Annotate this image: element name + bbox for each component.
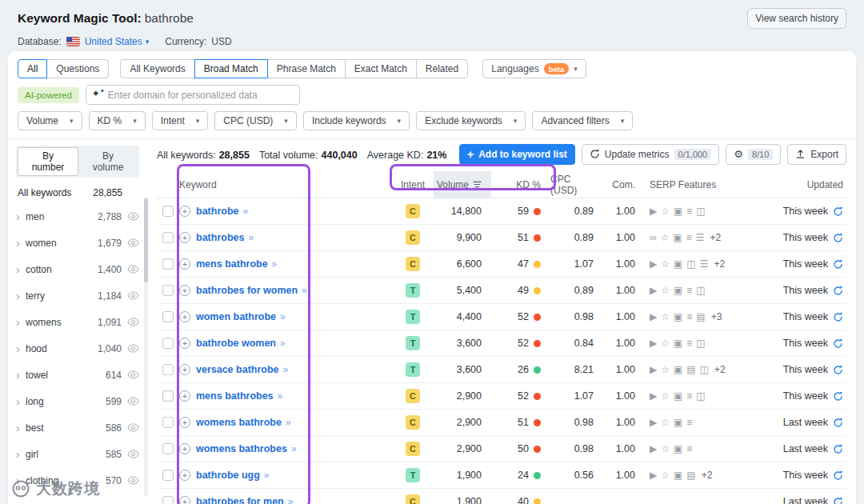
refresh-icon[interactable] [833,418,843,428]
column-kd[interactable]: KD % [491,171,550,198]
eye-icon[interactable] [127,212,139,221]
column-cpc[interactable]: CPC (USD) [550,171,603,198]
serp-chevrons-icon[interactable]: » [291,443,296,454]
add-keyword-icon[interactable]: + [179,258,190,270]
refresh-icon[interactable] [833,470,843,481]
refresh-icon[interactable] [833,233,843,243]
add-keyword-icon[interactable]: + [179,206,190,217]
serp-chevrons-icon[interactable]: » [264,470,269,481]
add-keyword-icon[interactable]: + [179,311,190,322]
tab-phrase-match[interactable]: Phrase Match [267,59,346,78]
toggle-by-number[interactable]: By number [18,147,78,176]
eye-icon[interactable] [127,238,139,247]
tab-exact-match[interactable]: Exact Match [345,59,417,78]
serp-chevrons-icon[interactable]: » [272,258,277,270]
eye-icon[interactable] [127,318,139,326]
keyword-link[interactable]: bathrobes for women [196,285,298,296]
column-com[interactable]: Com. [603,171,640,198]
api-quota-button[interactable]: ⚙8/10 [726,144,781,165]
row-checkbox[interactable] [162,496,174,504]
serp-chevrons-icon[interactable]: » [280,311,285,322]
sidebar-group-women[interactable]: ›women1,679 [16,230,139,256]
row-checkbox[interactable] [162,364,174,375]
refresh-icon[interactable] [833,259,843,270]
filter-intent[interactable]: Intent▾ [152,111,209,130]
tab-related[interactable]: Related [416,59,468,78]
row-checkbox[interactable] [162,417,174,428]
keyword-link[interactable]: bathrobes [196,232,244,243]
tab-questions[interactable]: Questions [46,59,109,78]
add-keyword-icon[interactable]: + [179,390,190,402]
row-checkbox[interactable] [162,390,174,402]
add-keyword-icon[interactable]: + [179,417,190,428]
column-serp-features[interactable]: SERP Features [640,171,741,198]
toggle-by-volume[interactable]: By volume [78,147,138,176]
add-to-keyword-list-button[interactable]: +Add to keyword list [459,144,575,165]
keyword-link[interactable]: versace bathrobe [196,364,279,375]
column-updated[interactable]: Updated [741,171,846,198]
eye-icon[interactable] [127,450,139,458]
serp-extra-count[interactable]: +2 [714,258,725,270]
column-intent[interactable]: Intent [392,171,434,198]
refresh-icon[interactable] [833,338,843,349]
keyword-link[interactable]: womens bathrobes [196,443,287,454]
serp-extra-count[interactable]: +2 [714,364,726,375]
sidebar-group-girl[interactable]: ›girl585 [16,441,139,467]
update-metrics-button[interactable]: Update metrics0/1,000 [582,144,719,165]
serp-chevrons-icon[interactable]: » [242,206,247,217]
eye-icon[interactable] [127,397,139,406]
keyword-link[interactable]: women bathrobe [196,311,276,322]
sidebar-group-cotton[interactable]: ›cotton1,400 [16,256,139,282]
sidebar-group-men[interactable]: ›men2,788 [16,203,139,230]
serp-extra-count[interactable]: +3 [711,311,722,322]
sidebar-group-hood[interactable]: ›hood1,040 [16,335,139,362]
languages-dropdown[interactable]: Languages beta ▾ [482,59,586,78]
column-volume[interactable]: Volume [434,171,491,198]
serp-chevrons-icon[interactable]: » [288,496,293,504]
eye-icon[interactable] [127,265,139,274]
row-checkbox[interactable] [162,470,174,481]
sidebar-group-womens[interactable]: ›womens1,091 [16,309,139,335]
sidebar-scrollbar[interactable] [144,197,148,497]
add-keyword-icon[interactable]: + [179,496,190,504]
tab-all[interactable]: All [18,59,47,78]
add-keyword-icon[interactable]: + [179,232,190,243]
filter-cpc-usd[interactable]: CPC (USD)▾ [214,111,297,130]
row-checkbox[interactable] [162,258,174,270]
serp-extra-count[interactable]: +2 [702,470,713,481]
serp-chevrons-icon[interactable]: » [283,364,288,375]
refresh-icon[interactable] [833,286,843,296]
tab-broad-match[interactable]: Broad Match [194,59,268,78]
refresh-icon[interactable] [833,391,843,402]
eye-icon[interactable] [127,344,139,353]
refresh-icon[interactable] [833,444,843,454]
sidebar-all-keywords[interactable]: All keywords 28,855 [16,182,139,203]
eye-icon[interactable] [127,476,139,485]
sidebar-group-best[interactable]: ›best586 [16,414,139,441]
sidebar-group-terry[interactable]: ›terry1,184 [16,282,139,309]
add-keyword-icon[interactable]: + [179,443,190,454]
row-checkbox[interactable] [162,206,174,217]
filter-include-keywords[interactable]: Include keywords▾ [303,111,410,130]
sidebar-group-long[interactable]: ›long599 [16,388,139,414]
tab-all-keywords[interactable]: All Keywords [120,59,194,78]
refresh-icon[interactable] [833,312,843,322]
serp-extra-count[interactable]: +2 [710,232,721,243]
domain-input[interactable] [86,85,300,105]
database-select[interactable]: United States▾ [85,36,150,47]
serp-chevrons-icon[interactable]: » [302,285,306,296]
serp-chevrons-icon[interactable]: » [278,390,282,402]
row-checkbox[interactable] [162,338,174,349]
scrollbar-thumb[interactable] [144,198,148,282]
keyword-link[interactable]: mens bathrobes [196,390,274,402]
export-button[interactable]: Export [787,144,846,165]
eye-icon[interactable] [127,423,139,432]
row-checkbox[interactable] [162,311,174,322]
filter-advanced-filters[interactable]: Advanced filters▾ [532,111,633,130]
sidebar-group-towel[interactable]: ›towel614 [16,362,139,388]
row-checkbox[interactable] [162,443,174,454]
eye-icon[interactable] [127,291,139,300]
keyword-link[interactable]: bathrobes for men [196,496,284,504]
add-keyword-icon[interactable]: + [179,470,190,481]
serp-chevrons-icon[interactable]: » [280,338,285,349]
